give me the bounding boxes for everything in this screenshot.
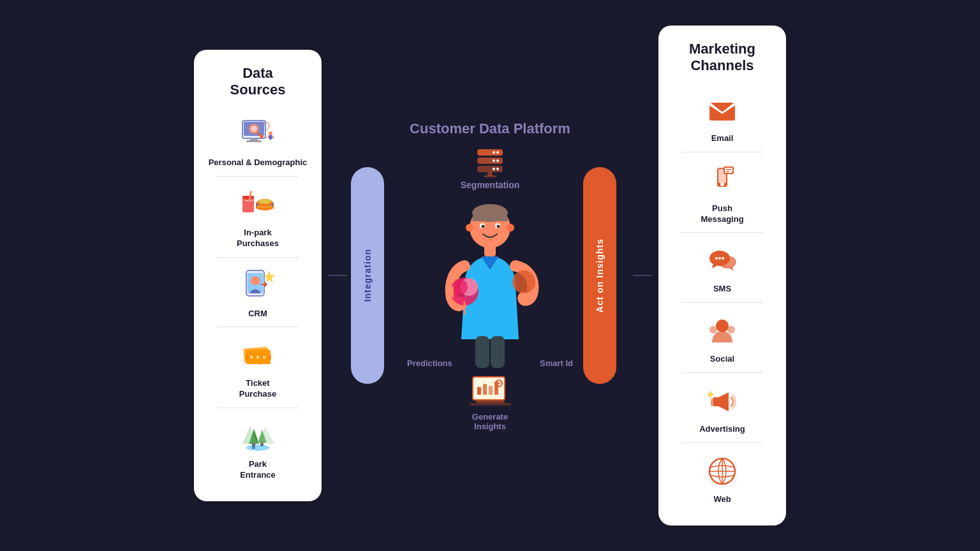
svg-point-3 bbox=[251, 126, 257, 132]
integration-pill: Integration bbox=[351, 167, 384, 384]
svg-point-90 bbox=[715, 257, 718, 260]
advertising-icon bbox=[702, 381, 743, 422]
ch-divider-5 bbox=[681, 443, 763, 443]
svg-rect-86 bbox=[726, 169, 731, 170]
park-label: ParkEntrance bbox=[240, 459, 276, 481]
svg-rect-63 bbox=[491, 336, 505, 368]
channel-item-sms: SMS bbox=[671, 235, 773, 300]
integration-label: Integration bbox=[362, 249, 373, 302]
divider-2 bbox=[217, 257, 299, 258]
ch-divider-2 bbox=[681, 232, 763, 233]
generate-insights-label: GenerateInsights bbox=[472, 412, 508, 431]
personal-label: Personal & Demographic bbox=[209, 158, 308, 168]
svg-point-58 bbox=[507, 224, 514, 231]
data-sources-title: DataSources bbox=[230, 65, 286, 99]
svg-point-68 bbox=[512, 270, 535, 293]
svg-rect-11 bbox=[242, 196, 254, 200]
cdp-title: Customer Data Platform bbox=[410, 120, 570, 138]
svg-rect-77 bbox=[470, 403, 511, 406]
park-icon bbox=[237, 416, 278, 457]
advertising-label: Advertising bbox=[699, 424, 745, 435]
ticket-label: TicketPurchase bbox=[239, 378, 277, 400]
svg-point-92 bbox=[722, 257, 724, 260]
svg-point-94 bbox=[709, 326, 717, 334]
svg-point-46 bbox=[493, 159, 495, 162]
svg-rect-96 bbox=[711, 399, 720, 406]
ch-divider-4 bbox=[681, 372, 763, 373]
svg-point-45 bbox=[496, 159, 499, 162]
segmentation-icon bbox=[471, 145, 509, 177]
generate-insights-icon bbox=[470, 374, 511, 409]
svg-point-57 bbox=[466, 224, 473, 231]
svg-point-48 bbox=[493, 168, 495, 170]
email-label: Email bbox=[711, 133, 734, 144]
social-label: Social bbox=[710, 354, 734, 365]
svg-rect-87 bbox=[726, 171, 729, 172]
channel-item-email: Email bbox=[671, 85, 773, 149]
web-icon bbox=[702, 451, 743, 492]
act-on-insights-pill: Act on Insights bbox=[583, 167, 616, 384]
svg-point-89 bbox=[718, 256, 736, 268]
svg-point-28 bbox=[263, 356, 265, 358]
left-connector-line bbox=[328, 275, 347, 276]
svg-rect-73 bbox=[489, 386, 493, 395]
channel-item-push: PushMessaging bbox=[671, 155, 773, 230]
svg-marker-22 bbox=[264, 272, 274, 282]
svg-point-26 bbox=[250, 356, 253, 358]
cdp-section: Customer Data Platform Segmentation bbox=[407, 120, 573, 432]
data-item-personal: Personal & Demographic bbox=[207, 109, 309, 173]
divider-4 bbox=[217, 408, 299, 408]
divider-1 bbox=[217, 176, 299, 177]
sms-label: SMS bbox=[713, 284, 731, 295]
data-item-crm: CRM bbox=[207, 260, 309, 325]
data-sources-card: DataSources bbox=[194, 50, 322, 501]
svg-point-37 bbox=[246, 444, 269, 451]
svg-point-83 bbox=[720, 182, 724, 186]
svg-point-21 bbox=[251, 276, 260, 285]
crm-label: CRM bbox=[248, 309, 267, 320]
svg-point-9 bbox=[269, 131, 272, 135]
person-illustration bbox=[429, 193, 551, 371]
marketing-channels-card: MarketingChannels Email bbox=[658, 26, 786, 525]
svg-point-18 bbox=[258, 199, 271, 203]
web-label: Web bbox=[713, 494, 731, 505]
svg-rect-85 bbox=[725, 168, 732, 173]
svg-point-43 bbox=[496, 151, 499, 154]
svg-rect-62 bbox=[475, 336, 489, 368]
main-diagram: DataSources bbox=[0, 0, 980, 551]
ch-divider-3 bbox=[681, 302, 763, 303]
person-area bbox=[426, 193, 554, 371]
svg-point-44 bbox=[493, 151, 495, 154]
email-icon bbox=[702, 90, 743, 131]
channel-item-advertising: Advertising bbox=[671, 376, 773, 440]
svg-rect-76 bbox=[476, 400, 505, 403]
svg-point-66 bbox=[452, 279, 468, 295]
svg-rect-50 bbox=[484, 175, 496, 177]
channel-item-web: Web bbox=[671, 446, 773, 510]
ticket-icon bbox=[237, 335, 278, 376]
divider-3 bbox=[217, 327, 299, 327]
svg-point-95 bbox=[727, 326, 735, 334]
svg-point-27 bbox=[256, 356, 259, 358]
purchases-icon bbox=[237, 184, 278, 225]
ch-divider-1 bbox=[681, 152, 763, 152]
svg-rect-59 bbox=[484, 245, 496, 256]
crm-icon bbox=[237, 265, 278, 306]
svg-marker-39 bbox=[256, 427, 274, 444]
generate-insights-area: GenerateInsights bbox=[470, 374, 511, 431]
act-on-insights-label: Act on Insights bbox=[595, 239, 605, 312]
push-icon bbox=[702, 160, 743, 201]
push-label: PushMessaging bbox=[701, 203, 743, 225]
svg-point-55 bbox=[482, 225, 485, 228]
channel-item-social: Social bbox=[671, 305, 773, 370]
svg-point-56 bbox=[497, 225, 500, 228]
right-connector-line bbox=[633, 275, 652, 276]
data-item-purchases: In-parkPurchases bbox=[207, 179, 309, 254]
marketing-channels-title: MarketingChannels bbox=[689, 41, 755, 75]
sms-icon bbox=[702, 240, 743, 281]
svg-rect-7 bbox=[246, 140, 262, 142]
svg-rect-71 bbox=[477, 387, 481, 395]
social-icon bbox=[702, 311, 743, 351]
data-item-ticket: TicketPurchase bbox=[207, 330, 309, 405]
svg-rect-72 bbox=[483, 384, 487, 395]
